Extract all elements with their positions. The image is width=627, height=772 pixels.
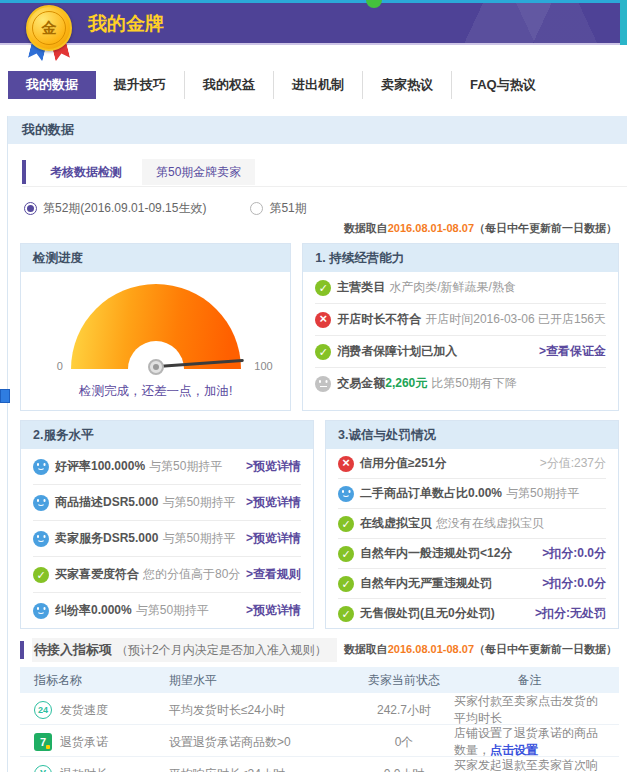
item-counterfeit-penalty: 无售假处罚(且无0分处罚) >扣分:无处罚 — [338, 599, 606, 628]
tab-improve-skills[interactable]: 提升技巧 — [96, 71, 185, 99]
credit-score-note: >分值:237分 — [540, 455, 606, 472]
item-shop-age: 开店时长不符合 开店时间2016-03-06 已开店156天 — [315, 304, 606, 336]
item-title: 开店时长不符合 — [337, 311, 421, 328]
pending-subtitle: （预计2个月内决定是否加入准入规则） — [116, 642, 327, 659]
item-title: 主营类目 — [337, 279, 385, 296]
item-buyer-favor: 买家喜爱度符合 您的分值高于80分 >查看规则 — [33, 557, 301, 593]
progress-gauge: 0 100 — [71, 284, 241, 369]
gauge-max-label: 100 — [254, 360, 272, 372]
page-title: 我的金牌 — [88, 11, 164, 37]
radio-unselected-icon[interactable] — [250, 202, 263, 215]
data-note-date: 2016.08.01-08.07 — [388, 643, 474, 655]
check-icon — [315, 280, 331, 296]
item-title: 消费者保障计划已加入 — [337, 343, 457, 360]
panel-business-title: 1. 持续经营能力 — [303, 244, 618, 272]
panels-row-2: 2.服务水平 好评率100.000% 与第50期持平 >预览详情 商品描述DSR… — [20, 420, 619, 629]
pending-title: 待接入指标项 — [34, 641, 112, 659]
page-banner: 我的金牌 — [0, 0, 627, 45]
table-row-refund-duration: ¥ 退款时长 平均响应时长≤24小时 0.0小时 买家发起退款至卖家首次响应的平… — [20, 757, 619, 772]
green-indicator-dot — [366, 0, 382, 8]
item-seller-service-dsr: 卖家服务DSR5.000 与第50期持平 >预览详情 — [33, 521, 301, 557]
panel-check-progress: 检测进度 0 100 检测完成，还差一点，加油! — [20, 243, 291, 411]
side-scroll-handle[interactable] — [0, 389, 10, 403]
period-51-radio[interactable]: 第51期 — [250, 200, 306, 217]
gold-medal-icon: 金 — [22, 5, 76, 63]
panel-integrity-penalty: 3.诚信与处罚情况 信用分值≥251分 >分值:237分 二手商品订单数占比0.… — [325, 420, 619, 629]
col-header-current-status: 卖家当前状态 — [354, 672, 454, 689]
radio-selected-icon[interactable] — [24, 202, 37, 215]
item-severe-violation: 自然年内无严重违规处罚 >扣分:0.0分 — [338, 569, 606, 599]
item-desc: 开店时间2016-03-06 已开店156天 — [425, 311, 606, 328]
tab-my-rights[interactable]: 我的权益 — [185, 71, 274, 99]
click-to-set-link[interactable]: 点击设置 — [490, 743, 538, 757]
tab-seller-discussion[interactable]: 卖家热议 — [363, 71, 452, 99]
smile-icon — [33, 531, 49, 547]
item-desc: 与第50期持平 — [506, 485, 579, 502]
check-icon — [315, 344, 331, 360]
item-title: 在线虚拟宝贝 — [360, 515, 432, 532]
panel-business-ability: 1. 持续经营能力 主营类目 水产肉类/新鲜蔬果/熟食 开店时长不符合 开店时间… — [302, 243, 619, 411]
check-icon — [338, 606, 354, 622]
item-secondhand-ratio: 二手商品订单数占比0.00% 与第50期持平 — [338, 479, 606, 509]
subtab-period50-sellers[interactable]: 第50期金牌卖家 — [142, 159, 255, 185]
tab-faq[interactable]: FAQ与热议 — [452, 71, 554, 99]
item-title: 商品描述DSR5.000 — [55, 494, 158, 511]
deduction-link[interactable]: >扣分:0.0分 — [542, 545, 606, 562]
check-icon — [338, 576, 354, 592]
preview-detail-link[interactable]: >预览详情 — [246, 458, 301, 475]
section-title: 我的数据 — [8, 116, 627, 144]
gauge-caption: 检测完成，还差一点，加油! — [21, 383, 290, 400]
item-title: 买家喜爱度符合 — [55, 566, 139, 583]
gauge-arc — [71, 284, 241, 369]
gauge-area: 0 100 检测完成，还差一点，加油! — [21, 272, 290, 410]
data-note-prefix: 数据取自 — [344, 222, 388, 234]
table-row-return-promise: 7 退货承诺 设置退货承诺商品数>0 0个 店铺设置了退货承诺的商品数量，点击设… — [20, 725, 619, 757]
subtab-assessment-check[interactable]: 考核数据检测 — [36, 159, 136, 185]
data-note-prefix: 数据取自 — [344, 643, 388, 655]
item-general-violation: 自然年内一般违规处罚<12分 >扣分:0.0分 — [338, 539, 606, 569]
smile-icon — [33, 495, 49, 511]
panel-service-level: 2.服务水平 好评率100.000% 与第50期持平 >预览详情 商品描述DSR… — [20, 420, 314, 629]
col-header-remark: 备注 — [454, 672, 605, 689]
item-desc: 您没有在线虚拟宝贝 — [436, 515, 544, 532]
panel-integrity-title: 3.诚信与处罚情况 — [326, 421, 618, 449]
preview-detail-link[interactable]: >预览详情 — [246, 530, 301, 547]
indicator-name: 发货速度 — [60, 702, 108, 719]
period-52-radio[interactable]: 第52期(2016.09.01-09.15生效) — [24, 200, 206, 217]
smile-icon — [33, 603, 49, 619]
tab-my-data[interactable]: 我的数据 — [8, 71, 96, 99]
data-note-suffix: （每日中午更新前一日数据） — [474, 643, 617, 655]
expected-level: 平均发货时长≤24小时 — [169, 702, 354, 719]
view-rules-link[interactable]: >查看规则 — [246, 566, 301, 583]
deduction-link[interactable]: >扣分:无处罚 — [535, 605, 606, 622]
item-main-category: 主营类目 水产肉类/新鲜蔬果/熟食 — [315, 272, 606, 304]
cross-icon — [338, 456, 354, 472]
preview-detail-link[interactable]: >预览详情 — [246, 602, 301, 619]
check-icon — [33, 567, 49, 583]
item-title: 自然年内一般违规处罚<12分 — [360, 545, 512, 562]
period-selector: 第52期(2016.09.01-09.15生效) 第51期 — [24, 199, 627, 217]
item-title: 交易金额 — [337, 375, 385, 392]
item-title: 卖家服务DSR5.000 — [55, 530, 158, 547]
view-deposit-link[interactable]: >查看保证金 — [539, 343, 606, 360]
panel-check-progress-title: 检测进度 — [21, 244, 290, 272]
smile-icon — [338, 486, 354, 502]
current-status: 0个 — [354, 734, 454, 751]
deduction-link[interactable]: >扣分:0.0分 — [542, 575, 606, 592]
item-desc: 水产肉类/新鲜蔬果/熟食 — [389, 279, 516, 296]
item-consumer-protection: 消费者保障计划已加入 >查看保证金 — [315, 336, 606, 368]
banner-right-cyan-strip — [620, 0, 627, 45]
data-note-suffix: （每日中午更新前一日数据） — [474, 222, 617, 234]
current-status: 0.0小时 — [354, 766, 454, 772]
item-positive-rate: 好评率100.000% 与第50期持平 >预览详情 — [33, 449, 301, 485]
item-desc: 与第50期持平 — [149, 458, 222, 475]
tab-entry-exit[interactable]: 进出机制 — [274, 71, 363, 99]
check-icon — [338, 546, 354, 562]
item-item-description-dsr: 商品描述DSR5.000 与第50期持平 >预览详情 — [33, 485, 301, 521]
item-title: 好评率100.000% — [55, 458, 145, 475]
panels-row-1: 检测进度 0 100 检测完成，还差一点，加油! 1. 持续经营能力 主营类目 — [20, 243, 619, 411]
gauge-min-label: 0 — [57, 360, 63, 372]
preview-detail-link[interactable]: >预览详情 — [246, 494, 301, 511]
item-title: 无售假处罚(且无0分处罚) — [360, 605, 495, 622]
item-desc: 您的分值高于80分 — [143, 566, 240, 583]
